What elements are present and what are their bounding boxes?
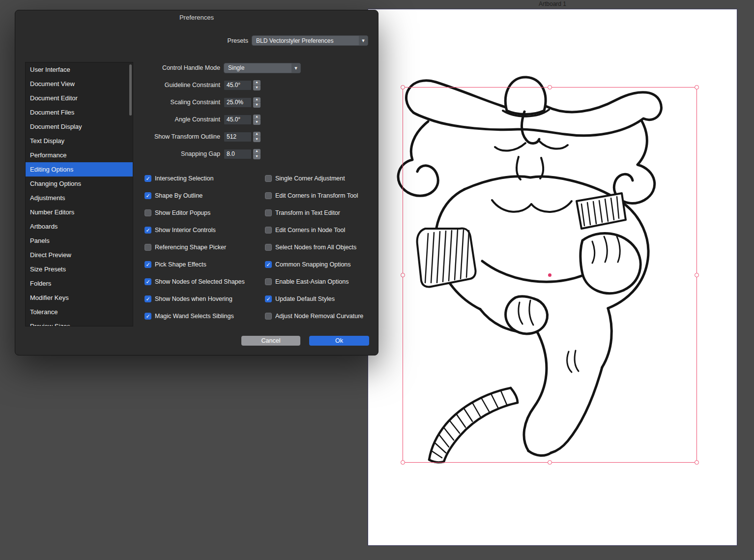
checkbox-show-nodes-of-selected-shapes[interactable]: ✓Show Nodes of Selected Shapes <box>145 277 265 287</box>
checkbox-unchecked-icon[interactable] <box>265 278 272 285</box>
sidebar-scrollbar[interactable] <box>129 64 132 116</box>
checkbox-checked-icon[interactable]: ✓ <box>145 313 151 320</box>
stepper-down-icon[interactable]: ▼ <box>253 154 261 159</box>
sidebar-item-document-files[interactable]: Document Files <box>26 105 133 119</box>
checkbox-checked-icon[interactable]: ✓ <box>145 261 151 268</box>
checkbox-show-nodes-when-hovering[interactable]: ✓Show Nodes when Hovering <box>145 294 265 304</box>
sidebar-item-adjustments[interactable]: Adjustments <box>26 191 133 205</box>
stepper-down-icon[interactable]: ▼ <box>253 137 261 142</box>
checkbox-unchecked-icon[interactable] <box>265 244 272 251</box>
checkbox-unchecked-icon[interactable] <box>265 227 272 234</box>
selection-handle-bottom-right[interactable] <box>695 460 699 465</box>
selection-handle-middle-left[interactable] <box>401 273 405 277</box>
checkbox-edit-corners-in-transform-tool[interactable]: Edit Corners in Transform Tool <box>265 191 393 201</box>
checkbox-checked-icon[interactable]: ✓ <box>265 295 272 302</box>
checkbox-unchecked-icon[interactable] <box>265 313 272 320</box>
checkbox-shape-by-outline[interactable]: ✓Shape By Outline <box>145 191 265 201</box>
stepper-up-icon[interactable]: ▲ <box>253 97 261 103</box>
checkbox-label: Shape By Outline <box>155 192 203 199</box>
checkbox-unchecked-icon[interactable] <box>265 192 272 199</box>
stepper-up-icon[interactable]: ▲ <box>253 115 261 120</box>
snapping-gap-row: Snapping Gap8.0▲▼ <box>138 148 374 159</box>
sidebar-item-document-display[interactable]: Document Display <box>26 119 133 134</box>
show-transform-outline-stepper: ▲▼ <box>253 132 261 142</box>
checkbox-unchecked-icon[interactable] <box>265 209 272 216</box>
checkbox-label: Update Default Styles <box>275 295 335 302</box>
sidebar-item-tolerance[interactable]: Tolerance <box>26 305 133 319</box>
ok-button[interactable]: Ok <box>309 336 369 346</box>
sidebar-item-changing-options[interactable]: Changing Options <box>26 177 133 191</box>
presets-dropdown-value: BLD Vectorstyler Preferences <box>252 36 359 45</box>
checkbox-adjust-node-removal-curvature[interactable]: Adjust Node Removal Curvature <box>265 311 393 321</box>
cancel-button[interactable]: Cancel <box>241 336 300 346</box>
selection-center-point[interactable] <box>548 273 551 277</box>
checkbox-single-corner-adjustment[interactable]: Single Corner Adjustment <box>265 174 393 183</box>
checkbox-edit-corners-in-node-tool[interactable]: Edit Corners in Node Tool <box>265 225 393 235</box>
control-handle-mode-dropdown[interactable]: Single▾ <box>224 63 301 73</box>
checkbox-pick-shape-effects[interactable]: ✓Pick Shape Effects <box>145 260 265 269</box>
selection-handle-top-right[interactable] <box>695 85 699 89</box>
checkbox-checked-icon[interactable]: ✓ <box>265 261 272 268</box>
snapping-gap-field[interactable]: 8.0 <box>224 149 252 159</box>
checkbox-select-nodes-from-all-objects[interactable]: Select Nodes from All Objects <box>265 242 393 252</box>
sidebar-item-panels[interactable]: Panels <box>26 234 133 248</box>
checkbox-transform-in-text-editor[interactable]: Transform in Text Editor <box>265 208 393 218</box>
sidebar-item-modifier-keys[interactable]: Modifier Keys <box>26 291 133 305</box>
sidebar-item-user-interface[interactable]: User Interface <box>26 62 133 77</box>
stepper-down-icon[interactable]: ▼ <box>253 86 261 90</box>
checkbox-enable-east-asian-options[interactable]: Enable East-Asian Options <box>265 277 393 287</box>
angle-constraint-field[interactable]: 45.0° <box>224 115 252 125</box>
checkbox-unchecked-icon[interactable] <box>145 209 151 216</box>
sidebar-item-preview-sizes[interactable]: Preview Sizes <box>26 319 133 326</box>
presets-dropdown[interactable]: BLD Vectorstyler Preferences ▾ <box>252 35 368 46</box>
presets-row: Presets BLD Vectorstyler Preferences ▾ <box>228 35 368 46</box>
show-transform-outline-field[interactable]: 512 <box>224 132 252 142</box>
checkbox-checked-icon[interactable]: ✓ <box>145 175 151 182</box>
sidebar-item-size-presets[interactable]: Size Presets <box>26 262 133 276</box>
artboard-page[interactable] <box>368 9 737 546</box>
checkbox-show-interior-controls[interactable]: ✓Show Interior Controls <box>145 225 265 235</box>
selection-handle-bottom-middle[interactable] <box>548 460 552 465</box>
checkbox-unchecked-icon[interactable] <box>145 244 151 251</box>
scaling-constraint-field[interactable]: 25.0% <box>224 97 252 108</box>
sidebar-item-number-editors[interactable]: Number Editors <box>26 205 133 219</box>
checkbox-referencing-shape-picker[interactable]: Referencing Shape Picker <box>145 242 265 252</box>
sidebar-item-performance[interactable]: Performance <box>26 148 133 162</box>
selection-handle-bottom-left[interactable] <box>401 460 405 465</box>
chevron-down-icon[interactable]: ▾ <box>291 63 300 73</box>
selection-handle-top-left[interactable] <box>401 85 405 89</box>
checkbox-magic-wand-selects-siblings[interactable]: ✓Magic Wand Selects Siblings <box>145 311 265 321</box>
sidebar-item-direct-preview[interactable]: Direct Preview <box>26 248 133 262</box>
angle-constraint-row: Angle Constraint45.0°▲▼ <box>138 114 374 125</box>
chevron-down-icon[interactable]: ▾ <box>359 36 368 45</box>
sidebar-item-folders[interactable]: Folders <box>26 276 133 291</box>
checkbox-checked-icon[interactable]: ✓ <box>145 227 151 234</box>
sidebar-item-document-view[interactable]: Document View <box>26 77 133 91</box>
checkbox-grid: ✓Intersecting SelectionSingle Corner Adj… <box>145 174 393 321</box>
sidebar-item-text-display[interactable]: Text Display <box>26 134 133 148</box>
fields-list: Control Handle ModeSingle▾Guideline Cons… <box>138 62 374 159</box>
stepper-up-icon[interactable]: ▲ <box>253 132 261 137</box>
checkbox-show-editor-popups[interactable]: Show Editor Popups <box>145 208 265 218</box>
selection-handle-top-middle[interactable] <box>548 85 552 89</box>
selection-handle-middle-right[interactable] <box>695 273 699 277</box>
checkbox-label: Magic Wand Selects Siblings <box>155 313 234 320</box>
stepper-down-icon[interactable]: ▼ <box>253 103 261 108</box>
stepper-up-icon[interactable]: ▲ <box>253 149 261 154</box>
stepper-up-icon[interactable]: ▲ <box>253 80 261 86</box>
angle-constraint-stepper: ▲▼ <box>253 115 261 125</box>
checkbox-update-default-styles[interactable]: ✓Update Default Styles <box>265 294 393 304</box>
checkbox-common-snapping-options[interactable]: ✓Common Snapping Options <box>265 260 393 269</box>
checkbox-label: Edit Corners in Transform Tool <box>275 192 358 199</box>
show-transform-outline-row: Show Transform Outline512▲▼ <box>138 131 374 142</box>
checkbox-unchecked-icon[interactable] <box>265 175 272 182</box>
guideline-constraint-field[interactable]: 45.0° <box>224 80 252 90</box>
sidebar-item-editing-options[interactable]: Editing Options <box>26 162 133 177</box>
checkbox-checked-icon[interactable]: ✓ <box>145 192 151 199</box>
checkbox-checked-icon[interactable]: ✓ <box>145 295 151 302</box>
sidebar-item-artboards[interactable]: Artboards <box>26 219 133 234</box>
sidebar-item-document-editor[interactable]: Document Editor <box>26 91 133 105</box>
checkbox-intersecting-selection[interactable]: ✓Intersecting Selection <box>145 174 265 183</box>
stepper-down-icon[interactable]: ▼ <box>253 120 261 125</box>
checkbox-checked-icon[interactable]: ✓ <box>145 278 151 285</box>
